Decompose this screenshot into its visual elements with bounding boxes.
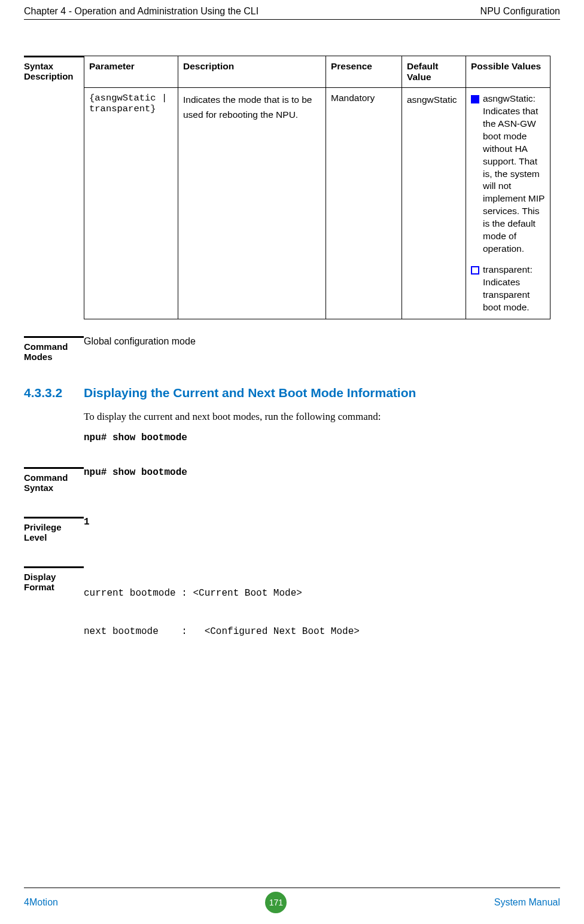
display-format-line2: next bootmode : <Configured Next Boot Mo… xyxy=(84,626,360,637)
parameter-table: Parameter Description Presence Default V… xyxy=(84,56,550,319)
square-bullet-icon xyxy=(471,95,479,103)
privilege-rule xyxy=(24,517,84,519)
privilege-level-value: 1 xyxy=(84,517,90,542)
command-syntax-rule xyxy=(24,467,84,469)
command-syntax-value: npu# show bootmode xyxy=(84,467,187,493)
display-format-label: Display Format xyxy=(24,571,84,592)
syntax-description-label: Syntax Description xyxy=(24,60,84,81)
syntax-rule xyxy=(24,56,84,57)
square-bullet-icon xyxy=(471,266,479,275)
cell-description: Indicates the mode that is to be used fo… xyxy=(178,88,326,319)
header-left: Chapter 4 - Operation and Administration… xyxy=(24,6,258,17)
table-row: {asngwStatic | transparent} Indicates th… xyxy=(84,88,550,319)
col-possible: Possible Values xyxy=(466,56,550,88)
possible-value-1: asngwStatic: Indicates that the ASN-GW b… xyxy=(483,93,545,255)
section-number: 4.3.3.2 xyxy=(24,386,84,400)
col-presence: Presence xyxy=(326,56,402,88)
command-modes-label: Command Modes xyxy=(24,340,84,362)
display-format-line1: current bootmode : <Current Boot Mode> xyxy=(84,588,360,599)
col-parameter: Parameter xyxy=(84,56,178,88)
col-default: Default Value xyxy=(402,56,466,88)
command-syntax-label: Command Syntax xyxy=(24,471,84,493)
header-rule xyxy=(24,19,560,20)
cell-possible: asngwStatic: Indicates that the ASN-GW b… xyxy=(466,88,550,319)
footer-left: 4Motion xyxy=(24,897,58,908)
col-description: Description xyxy=(178,56,326,88)
footer: 4Motion 171 System Manual xyxy=(24,883,560,913)
display-format-value: current bootmode : <Current Boot Mode> n… xyxy=(84,566,360,658)
intro-text: To display the current and next boot mod… xyxy=(84,411,560,423)
cell-presence: Mandatory xyxy=(326,88,402,319)
cell-parameter: {asngwStatic | transparent} xyxy=(84,88,178,319)
footer-right: System Manual xyxy=(494,897,560,908)
table-header-row: Parameter Description Presence Default V… xyxy=(84,56,550,88)
page-number-badge: 171 xyxy=(265,892,287,913)
display-format-rule xyxy=(24,566,84,568)
section-title: Displaying the Current and Next Boot Mod… xyxy=(84,386,416,400)
command-example: npu# show bootmode xyxy=(84,432,560,443)
command-modes-value: Global configuration mode xyxy=(84,336,196,362)
cell-default: asngwStatic xyxy=(402,88,466,319)
header-right: NPU Configuration xyxy=(480,6,560,17)
possible-value-2: transparent: Indicates transparent boot … xyxy=(483,264,545,314)
footer-rule xyxy=(24,888,560,888)
list-item: asngwStatic: Indicates that the ASN-GW b… xyxy=(471,93,545,255)
command-modes-rule xyxy=(24,336,84,338)
privilege-level-label: Privilege Level xyxy=(24,521,84,542)
list-item: transparent: Indicates transparent boot … xyxy=(471,264,545,314)
